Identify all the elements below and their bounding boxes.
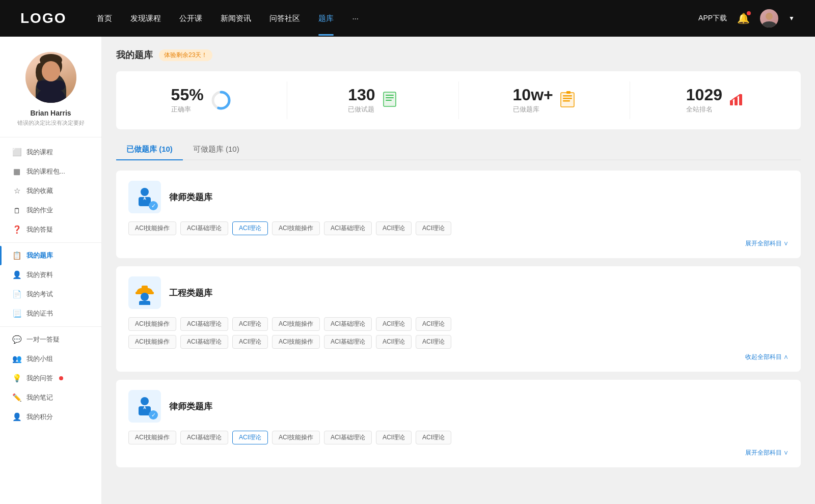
tag[interactable]: ACI基础理论 <box>180 221 228 235</box>
user-menu-chevron[interactable]: ▼ <box>789 15 795 22</box>
tag[interactable]: ACI理论 <box>416 317 451 331</box>
exam-icon: 📄 <box>12 290 21 299</box>
sidebar-item-group[interactable]: 👥 我的小组 <box>0 349 101 369</box>
tag-active[interactable]: ACI理论 <box>232 431 268 444</box>
collapse-link-engineer[interactable]: 收起全部科目 ∧ <box>128 353 789 361</box>
expand-link-lawyer-1[interactable]: 展开全部科目 ∨ <box>128 239 789 248</box>
tag[interactable]: ACI理论 <box>232 317 268 331</box>
sidebar-item-onetoone[interactable]: 💬 一对一答疑 <box>0 330 101 349</box>
chart-icon <box>728 91 745 109</box>
nav-link-opencourse[interactable]: 公开课 <box>179 14 202 23</box>
sidebar-item-my-course[interactable]: ⬜ 我的课程 <box>0 143 101 162</box>
certificate-icon: 📃 <box>12 309 21 318</box>
tag[interactable]: ACI基础理论 <box>180 317 228 331</box>
tag[interactable]: ACI理论 <box>376 431 412 444</box>
stat-done-questions-number: 130 <box>348 87 375 103</box>
qbank-lawyer-icon-wrap-1: ✓ <box>128 181 161 213</box>
tag[interactable]: ACI基础理论 <box>324 317 372 331</box>
tag[interactable]: ACI技能操作 <box>128 221 176 235</box>
sidebar-item-qa[interactable]: ❓ 我的答疑 <box>0 220 101 239</box>
tag[interactable]: ACI技能操作 <box>128 335 176 349</box>
tag[interactable]: ACI基础理论 <box>324 431 372 444</box>
stat-site-rank: 1029 全站排名 <box>630 81 801 119</box>
tag[interactable]: ACI理论 <box>416 221 451 235</box>
tag[interactable]: ACI基础理论 <box>180 335 228 349</box>
nav-link-qa[interactable]: 问答社区 <box>269 14 300 23</box>
stat-done-questions-text: 130 已做试题 <box>348 87 375 114</box>
accuracy-donut-chart <box>210 89 232 111</box>
nav-link-discover[interactable]: 发现课程 <box>130 14 161 23</box>
svg-point-5 <box>36 63 44 81</box>
nav-link-more[interactable]: ··· <box>352 14 359 23</box>
homework-icon: 🗒 <box>12 206 21 215</box>
sidebar-item-profile[interactable]: 👤 我的资料 <box>0 265 101 285</box>
nav-link-news[interactable]: 新闻资讯 <box>221 14 251 23</box>
stat-done-banks-number: 10w+ <box>513 87 553 103</box>
notes-icon <box>382 91 398 110</box>
svg-rect-14 <box>561 93 574 107</box>
tag[interactable]: ACI技能操作 <box>272 317 320 331</box>
stat-site-rank-label: 全站排名 <box>686 105 722 114</box>
profile-icon: 👤 <box>12 270 21 279</box>
svg-point-0 <box>766 13 773 20</box>
stat-done-banks-text: 10w+ 已做题库 <box>513 87 553 114</box>
svg-rect-13 <box>386 100 392 101</box>
app-download-button[interactable]: APP下载 <box>698 14 727 23</box>
sidebar-item-label: 我的证书 <box>26 309 53 318</box>
tag[interactable]: ACI理论 <box>416 335 451 349</box>
sidebar-item-myqa[interactable]: 💡 我的问答 <box>0 369 101 388</box>
tag[interactable]: ACI理论 <box>376 335 412 349</box>
tag[interactable]: ACI技能操作 <box>272 335 320 349</box>
user-avatar[interactable] <box>760 9 778 27</box>
onetoone-icon: 💬 <box>12 335 21 344</box>
tag[interactable]: ACI技能操作 <box>128 317 176 331</box>
qbank-tags-lawyer-2: ACI技能操作 ACI基础理论 ACI理论 ACI技能操作 ACI基础理论 AC… <box>128 431 789 444</box>
tab-done-banks[interactable]: 已做题库 (10) <box>116 139 183 159</box>
tag[interactable]: ACI技能操作 <box>272 431 320 444</box>
tag[interactable]: ACI理论 <box>232 335 268 349</box>
qbank-title-engineer: 工程类题库 <box>169 287 212 299</box>
sidebar-item-label: 我的收藏 <box>26 186 53 195</box>
sidebar-divider-2 <box>0 326 101 327</box>
sidebar-item-course-package[interactable]: ▦ 我的课程包... <box>0 162 101 181</box>
nav-link-questionbank[interactable]: 题库 <box>318 14 334 23</box>
sidebar-item-homework[interactable]: 🗒 我的作业 <box>0 201 101 220</box>
svg-point-29 <box>141 397 149 405</box>
sidebar-item-label: 我的小组 <box>26 354 53 363</box>
sidebar-item-label: 我的问答 <box>26 374 53 383</box>
tag[interactable]: ACI基础理论 <box>324 335 372 349</box>
expand-link-lawyer-2[interactable]: 展开全部科目 ∨ <box>128 449 789 457</box>
tag-active[interactable]: ACI理论 <box>232 221 268 235</box>
tag[interactable]: ACI基础理论 <box>324 221 372 235</box>
sidebar-menu: ⬜ 我的课程 ▦ 我的课程包... ☆ 我的收藏 🗒 我的作业 ❓ 我的答疑 📋 <box>0 137 101 432</box>
tag[interactable]: ACI技能操作 <box>272 221 320 235</box>
sidebar-item-questionbank[interactable]: 📋 我的题库 <box>0 246 101 265</box>
sidebar-divider <box>0 242 101 243</box>
sidebar-item-notes[interactable]: ✏️ 我的笔记 <box>0 388 101 407</box>
qbank-tags-lawyer-1: ACI技能操作 ACI基础理论 ACI理论 ACI技能操作 ACI基础理论 AC… <box>128 221 789 235</box>
sidebar-item-exam[interactable]: 📄 我的考试 <box>0 285 101 304</box>
collection-icon: ☆ <box>12 186 21 195</box>
stat-site-rank-text: 1029 全站排名 <box>686 87 722 114</box>
nav-right: APP下载 🔔 ▼ <box>698 9 795 27</box>
svg-point-27 <box>141 293 149 301</box>
tag[interactable]: ACI基础理论 <box>180 431 228 444</box>
profile-avatar[interactable] <box>25 52 76 103</box>
tab-available-banks[interactable]: 可做题库 (10) <box>183 139 250 159</box>
sidebar-item-certificate[interactable]: 📃 我的证书 <box>0 304 101 323</box>
tag[interactable]: ACI技能操作 <box>128 431 176 444</box>
profile-section: Brian Harris 错误的决定比没有决定要好 <box>0 37 101 137</box>
tag[interactable]: ACI理论 <box>376 317 412 331</box>
stat-accuracy-text: 55% 正确率 <box>171 87 204 114</box>
sidebar-item-collection[interactable]: ☆ 我的收藏 <box>0 181 101 201</box>
sidebar-item-points[interactable]: 👤 我的积分 <box>0 407 101 427</box>
svg-point-22 <box>141 188 149 196</box>
navbar: LOGO 首页 发现课程 公开课 新闻资讯 问答社区 题库 ··· APP下载 … <box>0 0 815 37</box>
tag[interactable]: ACI理论 <box>376 221 412 235</box>
trial-badge: 体验剩余23天！ <box>159 49 212 61</box>
nav-link-home[interactable]: 首页 <box>97 14 112 23</box>
stat-accuracy-label: 正确率 <box>171 105 204 114</box>
sidebar-item-label: 一对一答疑 <box>26 335 60 344</box>
tag[interactable]: ACI理论 <box>416 431 451 444</box>
notification-bell[interactable]: 🔔 <box>737 12 750 24</box>
